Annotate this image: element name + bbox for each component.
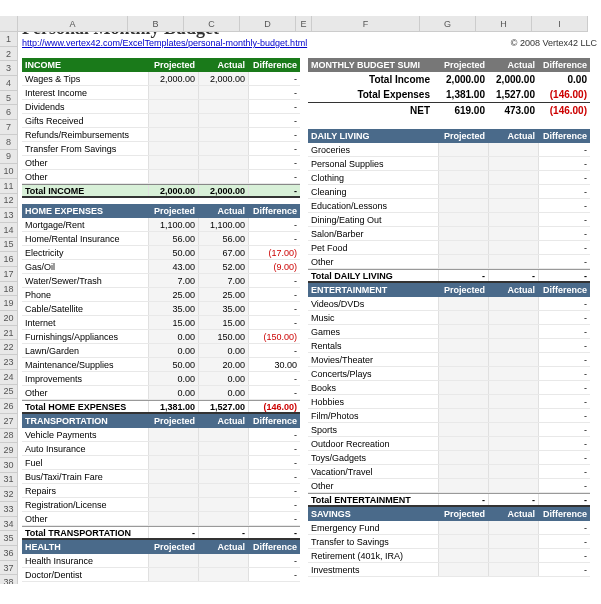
col-header-C[interactable]: C <box>184 16 240 32</box>
cell-projected[interactable] <box>438 437 488 450</box>
line-item[interactable]: Bus/Taxi/Train Fare- <box>22 470 300 484</box>
row-header-2[interactable]: 2 <box>0 47 18 62</box>
cell-projected[interactable]: 25.00 <box>148 288 198 301</box>
line-item[interactable]: Education/Lessons- <box>308 199 590 213</box>
cell-projected[interactable] <box>438 143 488 156</box>
cell-projected[interactable] <box>438 549 488 562</box>
cell-actual[interactable] <box>488 311 538 324</box>
cell-actual[interactable] <box>488 423 538 436</box>
cell-actual[interactable] <box>488 479 538 492</box>
cell-projected[interactable] <box>148 142 198 155</box>
cell-projected[interactable] <box>438 535 488 548</box>
cell-projected[interactable] <box>438 213 488 226</box>
cell-actual[interactable]: 0.00 <box>198 372 248 385</box>
cell-actual[interactable] <box>198 484 248 497</box>
cell-projected[interactable]: 50.00 <box>148 246 198 259</box>
cell-actual[interactable] <box>488 409 538 422</box>
line-item[interactable]: Wages & Tips2,000.002,000.00- <box>22 72 300 86</box>
row-header-16[interactable]: 16 <box>0 252 18 267</box>
cell-actual[interactable] <box>488 241 538 254</box>
cell-actual[interactable] <box>198 156 248 169</box>
line-item[interactable]: Games- <box>308 325 590 339</box>
cell-actual[interactable]: 67.00 <box>198 246 248 259</box>
cell-projected[interactable] <box>438 451 488 464</box>
cell-projected[interactable] <box>438 157 488 170</box>
row-header-29[interactable]: 29 <box>0 443 18 458</box>
row-header-17[interactable]: 17 <box>0 267 18 282</box>
row-header-20[interactable]: 20 <box>0 311 18 326</box>
line-item[interactable]: Other- <box>308 255 590 269</box>
cell-projected[interactable] <box>148 554 198 567</box>
row-header-26[interactable]: 26 <box>0 399 18 414</box>
cell-projected[interactable]: 56.00 <box>148 232 198 245</box>
cell-projected[interactable] <box>438 199 488 212</box>
line-item[interactable]: Auto Insurance- <box>22 442 300 456</box>
line-item[interactable]: Water/Sewer/Trash7.007.00- <box>22 274 300 288</box>
row-header-34[interactable]: 34 <box>0 517 18 532</box>
cell-projected[interactable]: 43.00 <box>148 260 198 273</box>
cell-projected[interactable]: 0.00 <box>148 344 198 357</box>
row-header-32[interactable]: 32 <box>0 487 18 502</box>
line-item[interactable]: Lawn/Garden0.000.00- <box>22 344 300 358</box>
row-header-24[interactable]: 24 <box>0 370 18 385</box>
cell-projected[interactable] <box>148 498 198 511</box>
cell-actual[interactable] <box>198 470 248 483</box>
cell-actual[interactable] <box>198 442 248 455</box>
cell-actual[interactable] <box>488 227 538 240</box>
cell-projected[interactable] <box>148 100 198 113</box>
line-item[interactable]: Other- <box>22 512 300 526</box>
cell-actual[interactable]: 20.00 <box>198 358 248 371</box>
cell-actual[interactable] <box>488 213 538 226</box>
line-item[interactable]: Other- <box>308 479 590 493</box>
line-item[interactable]: Outdoor Recreation- <box>308 437 590 451</box>
cell-projected[interactable] <box>438 521 488 534</box>
row-header-37[interactable]: 37 <box>0 561 18 576</box>
row-header-1[interactable]: 1 <box>0 32 18 47</box>
cell-projected[interactable] <box>148 470 198 483</box>
cell-projected[interactable] <box>438 339 488 352</box>
row-header-11[interactable]: 11 <box>0 179 18 194</box>
line-item[interactable]: Electricity50.0067.00(17.00) <box>22 246 300 260</box>
cell-actual[interactable] <box>198 128 248 141</box>
line-item[interactable]: Vehicle Payments- <box>22 428 300 442</box>
cell-actual[interactable] <box>198 568 248 581</box>
line-item[interactable]: Refunds/Reimbursements- <box>22 128 300 142</box>
cell-actual[interactable]: 25.00 <box>198 288 248 301</box>
cell-projected[interactable]: 50.00 <box>148 358 198 371</box>
cell-actual[interactable] <box>488 465 538 478</box>
row-header-4[interactable]: 4 <box>0 76 18 91</box>
line-item[interactable]: Doctor/Dentist- <box>22 568 300 582</box>
cell-actual[interactable] <box>488 297 538 310</box>
line-item[interactable]: Retirement (401k, IRA)- <box>308 549 590 563</box>
cell-projected[interactable] <box>148 484 198 497</box>
col-header-H[interactable]: H <box>476 16 532 32</box>
line-item[interactable]: Transfer to Savings- <box>308 535 590 549</box>
cell-projected[interactable] <box>438 395 488 408</box>
cell-projected[interactable]: 0.00 <box>148 330 198 343</box>
row-header-36[interactable]: 36 <box>0 546 18 561</box>
row-header-3[interactable]: 3 <box>0 61 18 76</box>
row-header-8[interactable]: 8 <box>0 135 18 150</box>
col-header-A[interactable]: A <box>18 16 128 32</box>
cell-actual[interactable] <box>198 428 248 441</box>
cell-projected[interactable] <box>148 170 198 183</box>
row-header-23[interactable]: 23 <box>0 355 18 370</box>
line-item[interactable]: Fuel- <box>22 456 300 470</box>
line-item[interactable]: Other0.000.00- <box>22 386 300 400</box>
cell-actual[interactable]: 7.00 <box>198 274 248 287</box>
cell-projected[interactable]: 15.00 <box>148 316 198 329</box>
line-item[interactable]: Internet15.0015.00- <box>22 316 300 330</box>
cell-projected[interactable] <box>148 456 198 469</box>
row-header-33[interactable]: 33 <box>0 502 18 517</box>
source-link[interactable]: http://www.vertex42.com/ExcelTemplates/p… <box>22 38 307 48</box>
cell-actual[interactable] <box>488 451 538 464</box>
line-item[interactable]: Dividends- <box>22 100 300 114</box>
cell-actual[interactable] <box>488 521 538 534</box>
line-item[interactable]: Home/Rental Insurance56.0056.00- <box>22 232 300 246</box>
cell-actual[interactable]: 56.00 <box>198 232 248 245</box>
cell-projected[interactable] <box>438 409 488 422</box>
line-item[interactable]: Music- <box>308 311 590 325</box>
row-header-14[interactable]: 14 <box>0 223 18 238</box>
line-item[interactable]: Cable/Satellite35.0035.00- <box>22 302 300 316</box>
cell-projected[interactable] <box>438 423 488 436</box>
